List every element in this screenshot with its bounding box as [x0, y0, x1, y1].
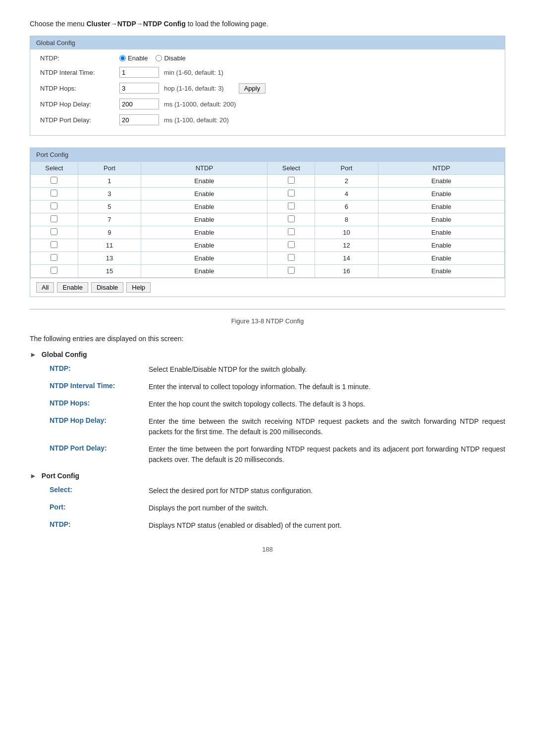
checkbox-left-4[interactable]: [31, 226, 78, 239]
ntdp-enable-radio[interactable]: [119, 55, 126, 61]
ntdp-port-delay-label: NTDP Port Delay:: [40, 116, 119, 124]
checkbox-left-7[interactable]: [31, 265, 78, 278]
port-right-0: 2: [315, 175, 378, 188]
col-header-select-1: Select: [31, 162, 78, 175]
checkbox-right-0[interactable]: [268, 175, 315, 188]
port-table-footer: All Enable Disable Help: [30, 278, 505, 297]
checkbox-input-left-0[interactable]: [51, 177, 57, 184]
ntdp-disable-radio[interactable]: [156, 55, 162, 61]
desc-row: NTDP Hops: Enter the hop count the switc…: [30, 399, 505, 409]
checkbox-input-right-3[interactable]: [288, 215, 295, 222]
ntdp-enable-label: Enable: [128, 54, 148, 62]
port-right-4: 10: [315, 226, 378, 239]
col-header-ntdp-1: NTDP: [141, 162, 268, 175]
checkbox-right-2[interactable]: [268, 201, 315, 213]
ntdp-radio-group: Enable Disable: [119, 54, 186, 62]
checkbox-input-left-6[interactable]: [51, 254, 57, 261]
desc-def: Select Enable/Disable NTDP for the switc…: [149, 364, 307, 375]
ntdp-left-6: Enable: [141, 252, 268, 265]
desc-term: NTDP Interval Time:: [50, 382, 149, 392]
checkbox-input-right-1[interactable]: [288, 190, 295, 197]
desc-row: Port: Displays the port number of the sw…: [30, 503, 505, 513]
global-config-section-title: Global Config: [42, 351, 87, 358]
ntdp-row: NTDP: Enable Disable: [40, 54, 495, 62]
port-left-4: 9: [78, 226, 141, 239]
ntdp-hop-delay-input[interactable]: [119, 99, 159, 109]
port-left-7: 15: [78, 265, 141, 278]
ntdp-disable-option[interactable]: Disable: [156, 54, 185, 62]
checkbox-input-left-1[interactable]: [51, 190, 57, 197]
ntdp-right-7: Enable: [378, 265, 504, 278]
ntdp-left-1: Enable: [141, 188, 268, 201]
checkbox-left-1[interactable]: [31, 188, 78, 201]
ntdp-port-delay-row: NTDP Port Delay: ms (1-100, default: 20): [40, 114, 495, 125]
checkbox-right-1[interactable]: [268, 188, 315, 201]
help-button[interactable]: Help: [126, 282, 151, 293]
desc-row: NTDP Port Delay: Enter the time between …: [30, 444, 505, 465]
desc-term: Port:: [50, 503, 149, 513]
port-left-2: 5: [78, 201, 141, 213]
checkbox-left-0[interactable]: [31, 175, 78, 188]
separator: [30, 309, 505, 309]
port-table: Select Port NTDP Select Port NTDP 1 Enab…: [30, 161, 505, 278]
table-row: 15 Enable 16 Enable: [31, 265, 505, 278]
apply-button[interactable]: Apply: [239, 83, 266, 94]
desc-def: Enter the time between the port forwardi…: [149, 444, 505, 465]
checkbox-right-5[interactable]: [268, 239, 315, 252]
ntdp-hop-delay-row: NTDP Hop Delay: ms (1-1000, default: 200…: [40, 99, 495, 109]
description-intro: The following entries are displayed on t…: [30, 335, 505, 343]
ntdp-left-3: Enable: [141, 213, 268, 226]
checkbox-left-5[interactable]: [31, 239, 78, 252]
ntdp-label: NTDP:: [40, 54, 119, 62]
table-row: 5 Enable 6 Enable: [31, 201, 505, 213]
checkbox-left-2[interactable]: [31, 201, 78, 213]
port-config-header: Port Config: [30, 148, 505, 161]
checkbox-input-left-4[interactable]: [51, 228, 57, 235]
col-header-select-2: Select: [268, 162, 315, 175]
checkbox-right-7[interactable]: [268, 265, 315, 278]
checkbox-left-3[interactable]: [31, 213, 78, 226]
checkbox-input-right-6[interactable]: [288, 254, 295, 261]
arrow-1: ►: [30, 351, 37, 358]
desc-term: NTDP Port Delay:: [50, 444, 149, 465]
desc-row: NTDP: Select Enable/Disable NTDP for the…: [30, 364, 505, 375]
ntdp-right-0: Enable: [378, 175, 504, 188]
checkbox-input-right-0[interactable]: [288, 177, 295, 184]
col-header-port-2: Port: [315, 162, 378, 175]
checkbox-input-right-2[interactable]: [288, 202, 295, 209]
desc-row: Select: Select the desired port for NTDP…: [30, 486, 505, 496]
desc-def: Displays the port number of the switch.: [149, 503, 268, 513]
checkbox-input-right-4[interactable]: [288, 228, 295, 235]
checkbox-right-3[interactable]: [268, 213, 315, 226]
checkbox-input-right-7[interactable]: [288, 267, 295, 274]
ntdp-disable-label: Disable: [164, 54, 185, 62]
ntdp-hops-value: hop (1-16, default: 3) Apply: [119, 83, 266, 94]
port-left-1: 3: [78, 188, 141, 201]
ntdp-left-2: Enable: [141, 201, 268, 213]
ntdp-enable-option[interactable]: Enable: [119, 54, 148, 62]
disable-button[interactable]: Disable: [91, 282, 123, 293]
checkbox-input-left-2[interactable]: [51, 202, 57, 209]
ntdp-interval-input[interactable]: [119, 67, 159, 78]
desc-term: NTDP Hops:: [50, 399, 149, 409]
checkbox-right-6[interactable]: [268, 252, 315, 265]
checkbox-left-6[interactable]: [31, 252, 78, 265]
ntdp-interval-label: NTDP Interal Time:: [40, 69, 119, 76]
checkbox-right-4[interactable]: [268, 226, 315, 239]
checkbox-input-left-7[interactable]: [51, 267, 57, 274]
page-number: 188: [30, 546, 505, 553]
ntdp-port-delay-input[interactable]: [119, 114, 159, 125]
ntdp-port-delay-hint: ms (1-100, default: 20): [164, 116, 229, 124]
checkbox-input-left-5[interactable]: [51, 241, 57, 248]
arrow-2: ►: [30, 472, 37, 480]
table-row: 7 Enable 8 Enable: [31, 213, 505, 226]
ntdp-hops-input[interactable]: [119, 83, 159, 94]
ntdp-right-5: Enable: [378, 239, 504, 252]
checkbox-input-right-5[interactable]: [288, 241, 295, 248]
checkbox-input-left-3[interactable]: [51, 215, 57, 222]
enable-button[interactable]: Enable: [57, 282, 88, 293]
desc-row: NTDP Hop Delay: Enter the time between t…: [30, 416, 505, 437]
global-config-body: NTDP: Enable Disable NTDP Interal Time:: [30, 50, 505, 135]
all-button[interactable]: All: [36, 282, 54, 293]
ntdp-hop-delay-value: ms (1-1000, default: 200): [119, 99, 236, 109]
